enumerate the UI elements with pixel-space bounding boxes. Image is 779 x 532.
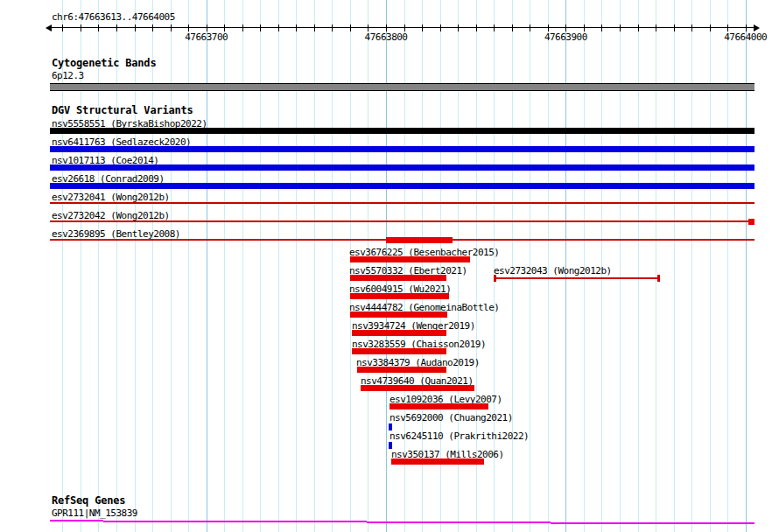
variant-bar[interactable] bbox=[50, 183, 754, 189]
major-gridline bbox=[746, 0, 747, 532]
ruler-tick bbox=[512, 24, 513, 32]
minor-gridline bbox=[188, 0, 189, 532]
genome-browser-panel: chr6:47663613..47664005 4766370047663800… bbox=[0, 0, 779, 532]
ruler-title: chr6:47663613..47664005 bbox=[52, 11, 175, 23]
ruler-tick bbox=[584, 24, 585, 32]
ruler-tick-label: 47663900 bbox=[537, 32, 593, 43]
minor-gridline bbox=[296, 0, 297, 532]
ruler-tick-label: 47664000 bbox=[718, 32, 774, 43]
ruler-tick bbox=[404, 24, 405, 32]
ruler-tick bbox=[81, 24, 81, 32]
variant-bar[interactable] bbox=[352, 348, 446, 354]
ruler-tick bbox=[350, 24, 351, 32]
minor-gridline bbox=[260, 0, 261, 532]
gene-line-segment[interactable] bbox=[103, 521, 367, 522]
minor-gridline bbox=[727, 0, 728, 532]
ruler-tick bbox=[476, 24, 477, 32]
ruler-tick bbox=[494, 24, 495, 32]
refseq-header: RefSeq Genes bbox=[52, 495, 125, 507]
variant-bar[interactable] bbox=[361, 385, 474, 391]
variant-line[interactable] bbox=[50, 220, 749, 222]
variant-thick-segment[interactable] bbox=[748, 219, 754, 225]
ruler-tick bbox=[332, 24, 333, 32]
variant-bar[interactable] bbox=[50, 146, 754, 152]
ruler-tick bbox=[98, 24, 99, 32]
cytoband-label: 6p12.3 bbox=[52, 70, 84, 81]
ruler-tick bbox=[674, 24, 675, 32]
ruler-tick bbox=[135, 24, 136, 32]
variant-label[interactable]: nsv6245110 (Prakrithi2022) bbox=[390, 430, 529, 442]
variant-thick-segment[interactable] bbox=[386, 237, 453, 243]
ruler-tick bbox=[368, 24, 368, 32]
ruler-tick-label: 47663800 bbox=[358, 32, 414, 43]
ruler-tick bbox=[638, 24, 639, 32]
variant-label[interactable]: esv2732043 (Wong2012b) bbox=[494, 265, 612, 276]
minor-gridline bbox=[135, 0, 136, 532]
variant-bar[interactable] bbox=[352, 330, 446, 336]
ruler-tick bbox=[314, 24, 315, 32]
minor-gridline bbox=[691, 0, 692, 532]
variant-bar[interactable] bbox=[357, 367, 446, 373]
variant-point-marker[interactable] bbox=[389, 442, 392, 449]
ruler-tick bbox=[422, 24, 423, 32]
minor-gridline bbox=[98, 0, 99, 532]
ruler-left-arrow-icon[interactable] bbox=[46, 24, 52, 32]
ruler-tick bbox=[601, 24, 602, 32]
gene-line-segment[interactable] bbox=[50, 520, 103, 522]
cytobands-header: Cytogenetic Bands bbox=[52, 58, 156, 69]
refseq-gene-label[interactable]: GPR111|NM_153839 bbox=[52, 508, 137, 519]
variant-bar[interactable] bbox=[391, 458, 484, 465]
minor-gridline bbox=[620, 0, 621, 532]
variant-bar[interactable] bbox=[50, 128, 754, 134]
minor-gridline bbox=[638, 0, 639, 532]
ruler-tick bbox=[171, 24, 172, 32]
ruler-tick bbox=[656, 24, 656, 32]
variant-label[interactable]: nsv5692000 (Chuang2021) bbox=[390, 412, 513, 424]
variant-line-left-cap[interactable] bbox=[494, 275, 496, 282]
minor-gridline bbox=[278, 0, 279, 532]
ruler-tick bbox=[62, 24, 63, 32]
minor-gridline bbox=[314, 0, 315, 532]
variant-bar[interactable] bbox=[350, 275, 446, 281]
ruler-tick bbox=[296, 24, 297, 32]
ruler-tick bbox=[691, 24, 692, 32]
ruler-tick bbox=[727, 24, 728, 32]
minor-gridline bbox=[674, 0, 675, 532]
ruler-tick bbox=[260, 24, 261, 32]
variant-bar[interactable] bbox=[350, 293, 449, 299]
ruler-tick bbox=[278, 24, 279, 32]
variant-bar[interactable] bbox=[390, 403, 488, 410]
ruler-tick bbox=[152, 24, 153, 32]
ruler-tick bbox=[746, 24, 747, 32]
variant-bar[interactable] bbox=[50, 164, 754, 171]
ruler-tick bbox=[710, 24, 711, 32]
ruler-tick bbox=[548, 24, 549, 32]
ruler-tick bbox=[620, 24, 621, 32]
cytoband-bar[interactable] bbox=[50, 83, 754, 91]
minor-gridline bbox=[656, 0, 656, 532]
ruler-tick-label: 47663700 bbox=[179, 32, 235, 43]
gene-line-segment[interactable] bbox=[551, 522, 754, 524]
variant-line[interactable] bbox=[494, 277, 659, 279]
variant-line[interactable] bbox=[50, 202, 754, 204]
minor-gridline bbox=[242, 0, 243, 532]
ruler-tick bbox=[440, 24, 441, 32]
ruler-tick bbox=[207, 24, 207, 32]
major-gridline bbox=[207, 0, 207, 532]
variant-line-right-cap[interactable] bbox=[657, 275, 660, 282]
ruler-right-arrow-icon[interactable] bbox=[754, 24, 760, 32]
ruler-tick bbox=[224, 24, 225, 32]
variant-bar[interactable] bbox=[350, 256, 470, 262]
minor-gridline bbox=[152, 0, 153, 532]
variant-point-marker[interactable] bbox=[389, 424, 392, 430]
ruler-tick bbox=[565, 24, 566, 32]
variant-bar[interactable] bbox=[350, 312, 447, 318]
gene-line-segment[interactable] bbox=[367, 522, 551, 523]
minor-gridline bbox=[710, 0, 711, 532]
ruler-tick bbox=[188, 24, 189, 32]
minor-gridline bbox=[224, 0, 225, 532]
ruler-tick bbox=[386, 24, 387, 32]
dgv-header: DGV Structural Variants bbox=[52, 105, 193, 116]
minor-gridline bbox=[171, 0, 172, 532]
ruler-tick bbox=[458, 24, 459, 32]
